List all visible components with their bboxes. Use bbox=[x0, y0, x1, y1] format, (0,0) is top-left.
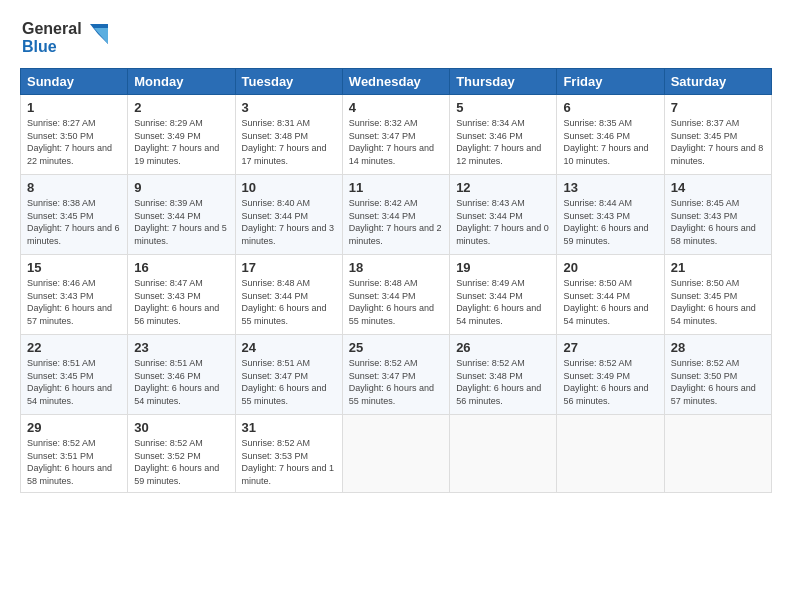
calendar-cell: 4Sunrise: 8:32 AMSunset: 3:47 PMDaylight… bbox=[342, 95, 449, 175]
calendar-cell: 15Sunrise: 8:46 AMSunset: 3:43 PMDayligh… bbox=[21, 255, 128, 335]
calendar-cell: 14Sunrise: 8:45 AMSunset: 3:43 PMDayligh… bbox=[664, 175, 771, 255]
calendar-cell: 16Sunrise: 8:47 AMSunset: 3:43 PMDayligh… bbox=[128, 255, 235, 335]
day-number: 25 bbox=[349, 340, 443, 355]
day-info: Sunrise: 8:37 AMSunset: 3:45 PMDaylight:… bbox=[671, 118, 764, 166]
header: General Blue bbox=[20, 16, 772, 58]
day-number: 5 bbox=[456, 100, 550, 115]
day-info: Sunrise: 8:29 AMSunset: 3:49 PMDaylight:… bbox=[134, 118, 219, 166]
calendar-cell: 5Sunrise: 8:34 AMSunset: 3:46 PMDaylight… bbox=[450, 95, 557, 175]
day-number: 20 bbox=[563, 260, 657, 275]
day-info: Sunrise: 8:40 AMSunset: 3:44 PMDaylight:… bbox=[242, 198, 335, 246]
calendar-cell: 21Sunrise: 8:50 AMSunset: 3:45 PMDayligh… bbox=[664, 255, 771, 335]
day-number: 26 bbox=[456, 340, 550, 355]
day-info: Sunrise: 8:39 AMSunset: 3:44 PMDaylight:… bbox=[134, 198, 227, 246]
day-info: Sunrise: 8:45 AMSunset: 3:43 PMDaylight:… bbox=[671, 198, 756, 246]
day-number: 11 bbox=[349, 180, 443, 195]
day-number: 10 bbox=[242, 180, 336, 195]
calendar-cell: 29Sunrise: 8:52 AMSunset: 3:51 PMDayligh… bbox=[21, 415, 128, 493]
day-info: Sunrise: 8:44 AMSunset: 3:43 PMDaylight:… bbox=[563, 198, 648, 246]
day-number: 8 bbox=[27, 180, 121, 195]
calendar-cell: 24Sunrise: 8:51 AMSunset: 3:47 PMDayligh… bbox=[235, 335, 342, 415]
day-info: Sunrise: 8:48 AMSunset: 3:44 PMDaylight:… bbox=[242, 278, 327, 326]
day-number: 15 bbox=[27, 260, 121, 275]
day-info: Sunrise: 8:50 AMSunset: 3:44 PMDaylight:… bbox=[563, 278, 648, 326]
weekday-header-thursday: Thursday bbox=[450, 69, 557, 95]
calendar-cell: 28Sunrise: 8:52 AMSunset: 3:50 PMDayligh… bbox=[664, 335, 771, 415]
day-number: 13 bbox=[563, 180, 657, 195]
day-number: 9 bbox=[134, 180, 228, 195]
day-info: Sunrise: 8:52 AMSunset: 3:53 PMDaylight:… bbox=[242, 438, 335, 486]
calendar-cell bbox=[557, 415, 664, 493]
day-info: Sunrise: 8:32 AMSunset: 3:47 PMDaylight:… bbox=[349, 118, 434, 166]
logo-svg: General Blue bbox=[20, 16, 110, 58]
day-info: Sunrise: 8:42 AMSunset: 3:44 PMDaylight:… bbox=[349, 198, 442, 246]
day-info: Sunrise: 8:34 AMSunset: 3:46 PMDaylight:… bbox=[456, 118, 541, 166]
weekday-header-friday: Friday bbox=[557, 69, 664, 95]
day-number: 24 bbox=[242, 340, 336, 355]
day-number: 7 bbox=[671, 100, 765, 115]
calendar-table: SundayMondayTuesdayWednesdayThursdayFrid… bbox=[20, 68, 772, 493]
calendar-cell: 17Sunrise: 8:48 AMSunset: 3:44 PMDayligh… bbox=[235, 255, 342, 335]
weekday-header-wednesday: Wednesday bbox=[342, 69, 449, 95]
svg-text:General: General bbox=[22, 20, 82, 37]
day-info: Sunrise: 8:49 AMSunset: 3:44 PMDaylight:… bbox=[456, 278, 541, 326]
page: General Blue SundayMondayTuesdayWednesda… bbox=[0, 0, 792, 612]
calendar-cell: 7Sunrise: 8:37 AMSunset: 3:45 PMDaylight… bbox=[664, 95, 771, 175]
day-info: Sunrise: 8:46 AMSunset: 3:43 PMDaylight:… bbox=[27, 278, 112, 326]
day-number: 18 bbox=[349, 260, 443, 275]
weekday-header-saturday: Saturday bbox=[664, 69, 771, 95]
calendar-cell bbox=[342, 415, 449, 493]
day-info: Sunrise: 8:50 AMSunset: 3:45 PMDaylight:… bbox=[671, 278, 756, 326]
weekday-header-row: SundayMondayTuesdayWednesdayThursdayFrid… bbox=[21, 69, 772, 95]
calendar-cell: 12Sunrise: 8:43 AMSunset: 3:44 PMDayligh… bbox=[450, 175, 557, 255]
week-row-3: 15Sunrise: 8:46 AMSunset: 3:43 PMDayligh… bbox=[21, 255, 772, 335]
day-info: Sunrise: 8:52 AMSunset: 3:47 PMDaylight:… bbox=[349, 358, 434, 406]
calendar-cell: 10Sunrise: 8:40 AMSunset: 3:44 PMDayligh… bbox=[235, 175, 342, 255]
day-info: Sunrise: 8:52 AMSunset: 3:48 PMDaylight:… bbox=[456, 358, 541, 406]
calendar-cell: 6Sunrise: 8:35 AMSunset: 3:46 PMDaylight… bbox=[557, 95, 664, 175]
calendar-cell: 2Sunrise: 8:29 AMSunset: 3:49 PMDaylight… bbox=[128, 95, 235, 175]
day-info: Sunrise: 8:51 AMSunset: 3:47 PMDaylight:… bbox=[242, 358, 327, 406]
day-number: 2 bbox=[134, 100, 228, 115]
day-number: 31 bbox=[242, 420, 336, 435]
calendar-cell: 18Sunrise: 8:48 AMSunset: 3:44 PMDayligh… bbox=[342, 255, 449, 335]
svg-text:Blue: Blue bbox=[22, 38, 57, 55]
week-row-2: 8Sunrise: 8:38 AMSunset: 3:45 PMDaylight… bbox=[21, 175, 772, 255]
day-info: Sunrise: 8:52 AMSunset: 3:49 PMDaylight:… bbox=[563, 358, 648, 406]
day-info: Sunrise: 8:47 AMSunset: 3:43 PMDaylight:… bbox=[134, 278, 219, 326]
day-number: 6 bbox=[563, 100, 657, 115]
weekday-header-sunday: Sunday bbox=[21, 69, 128, 95]
day-number: 19 bbox=[456, 260, 550, 275]
day-number: 27 bbox=[563, 340, 657, 355]
calendar-cell bbox=[664, 415, 771, 493]
day-number: 14 bbox=[671, 180, 765, 195]
logo: General Blue bbox=[20, 16, 110, 58]
day-info: Sunrise: 8:51 AMSunset: 3:46 PMDaylight:… bbox=[134, 358, 219, 406]
calendar-cell: 19Sunrise: 8:49 AMSunset: 3:44 PMDayligh… bbox=[450, 255, 557, 335]
week-row-1: 1Sunrise: 8:27 AMSunset: 3:50 PMDaylight… bbox=[21, 95, 772, 175]
calendar-cell: 22Sunrise: 8:51 AMSunset: 3:45 PMDayligh… bbox=[21, 335, 128, 415]
day-number: 17 bbox=[242, 260, 336, 275]
weekday-header-monday: Monday bbox=[128, 69, 235, 95]
day-number: 21 bbox=[671, 260, 765, 275]
calendar-cell: 3Sunrise: 8:31 AMSunset: 3:48 PMDaylight… bbox=[235, 95, 342, 175]
day-info: Sunrise: 8:31 AMSunset: 3:48 PMDaylight:… bbox=[242, 118, 327, 166]
day-info: Sunrise: 8:52 AMSunset: 3:52 PMDaylight:… bbox=[134, 438, 219, 486]
day-info: Sunrise: 8:51 AMSunset: 3:45 PMDaylight:… bbox=[27, 358, 112, 406]
calendar-cell: 31Sunrise: 8:52 AMSunset: 3:53 PMDayligh… bbox=[235, 415, 342, 493]
weekday-header-tuesday: Tuesday bbox=[235, 69, 342, 95]
day-info: Sunrise: 8:43 AMSunset: 3:44 PMDaylight:… bbox=[456, 198, 549, 246]
day-number: 1 bbox=[27, 100, 121, 115]
week-row-4: 22Sunrise: 8:51 AMSunset: 3:45 PMDayligh… bbox=[21, 335, 772, 415]
calendar-cell: 1Sunrise: 8:27 AMSunset: 3:50 PMDaylight… bbox=[21, 95, 128, 175]
day-number: 12 bbox=[456, 180, 550, 195]
calendar-cell: 13Sunrise: 8:44 AMSunset: 3:43 PMDayligh… bbox=[557, 175, 664, 255]
day-info: Sunrise: 8:48 AMSunset: 3:44 PMDaylight:… bbox=[349, 278, 434, 326]
day-number: 28 bbox=[671, 340, 765, 355]
calendar-cell: 9Sunrise: 8:39 AMSunset: 3:44 PMDaylight… bbox=[128, 175, 235, 255]
day-info: Sunrise: 8:38 AMSunset: 3:45 PMDaylight:… bbox=[27, 198, 120, 246]
calendar-cell: 11Sunrise: 8:42 AMSunset: 3:44 PMDayligh… bbox=[342, 175, 449, 255]
day-number: 4 bbox=[349, 100, 443, 115]
day-info: Sunrise: 8:52 AMSunset: 3:50 PMDaylight:… bbox=[671, 358, 756, 406]
day-info: Sunrise: 8:35 AMSunset: 3:46 PMDaylight:… bbox=[563, 118, 648, 166]
